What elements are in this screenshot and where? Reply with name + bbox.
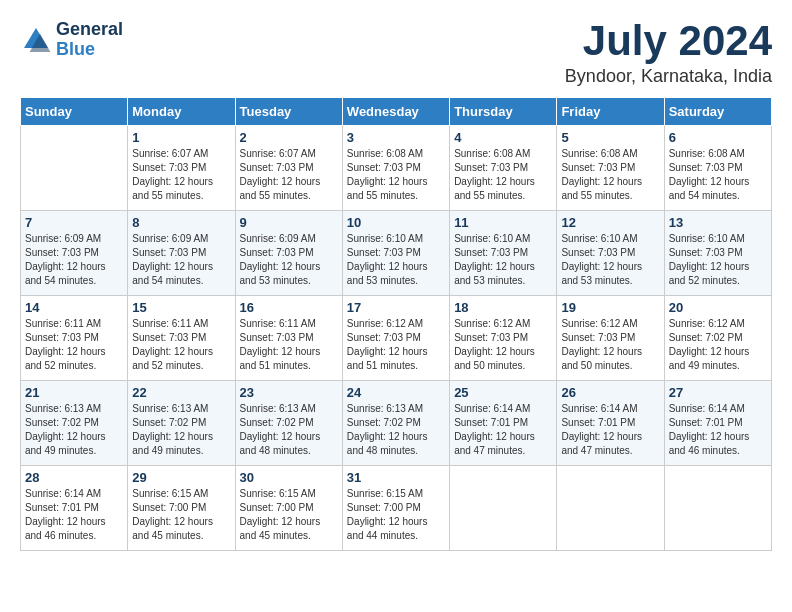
day-number: 4 bbox=[454, 130, 552, 145]
calendar-week-2: 7Sunrise: 6:09 AM Sunset: 7:03 PM Daylig… bbox=[21, 211, 772, 296]
title-area: July 2024 Byndoor, Karnataka, India bbox=[565, 20, 772, 87]
day-info: Sunrise: 6:07 AM Sunset: 7:03 PM Dayligh… bbox=[132, 147, 230, 203]
weekday-header-thursday: Thursday bbox=[450, 98, 557, 126]
calendar-cell: 10Sunrise: 6:10 AM Sunset: 7:03 PM Dayli… bbox=[342, 211, 449, 296]
calendar-week-5: 28Sunrise: 6:14 AM Sunset: 7:01 PM Dayli… bbox=[21, 466, 772, 551]
calendar-cell: 8Sunrise: 6:09 AM Sunset: 7:03 PM Daylig… bbox=[128, 211, 235, 296]
day-info: Sunrise: 6:15 AM Sunset: 7:00 PM Dayligh… bbox=[132, 487, 230, 543]
day-number: 23 bbox=[240, 385, 338, 400]
day-number: 9 bbox=[240, 215, 338, 230]
day-info: Sunrise: 6:10 AM Sunset: 7:03 PM Dayligh… bbox=[347, 232, 445, 288]
calendar-cell: 17Sunrise: 6:12 AM Sunset: 7:03 PM Dayli… bbox=[342, 296, 449, 381]
calendar-cell: 1Sunrise: 6:07 AM Sunset: 7:03 PM Daylig… bbox=[128, 126, 235, 211]
calendar-cell: 21Sunrise: 6:13 AM Sunset: 7:02 PM Dayli… bbox=[21, 381, 128, 466]
day-info: Sunrise: 6:10 AM Sunset: 7:03 PM Dayligh… bbox=[454, 232, 552, 288]
day-number: 15 bbox=[132, 300, 230, 315]
calendar-cell: 14Sunrise: 6:11 AM Sunset: 7:03 PM Dayli… bbox=[21, 296, 128, 381]
calendar-cell: 29Sunrise: 6:15 AM Sunset: 7:00 PM Dayli… bbox=[128, 466, 235, 551]
day-number: 24 bbox=[347, 385, 445, 400]
day-info: Sunrise: 6:12 AM Sunset: 7:03 PM Dayligh… bbox=[347, 317, 445, 373]
day-info: Sunrise: 6:15 AM Sunset: 7:00 PM Dayligh… bbox=[347, 487, 445, 543]
calendar-cell bbox=[557, 466, 664, 551]
calendar-cell: 26Sunrise: 6:14 AM Sunset: 7:01 PM Dayli… bbox=[557, 381, 664, 466]
day-number: 28 bbox=[25, 470, 123, 485]
day-number: 11 bbox=[454, 215, 552, 230]
weekday-header-friday: Friday bbox=[557, 98, 664, 126]
day-number: 19 bbox=[561, 300, 659, 315]
calendar-week-1: 1Sunrise: 6:07 AM Sunset: 7:03 PM Daylig… bbox=[21, 126, 772, 211]
logo-line2: Blue bbox=[56, 40, 123, 60]
calendar-table: SundayMondayTuesdayWednesdayThursdayFrid… bbox=[20, 97, 772, 551]
day-number: 12 bbox=[561, 215, 659, 230]
day-info: Sunrise: 6:08 AM Sunset: 7:03 PM Dayligh… bbox=[454, 147, 552, 203]
calendar-cell: 4Sunrise: 6:08 AM Sunset: 7:03 PM Daylig… bbox=[450, 126, 557, 211]
calendar-cell: 20Sunrise: 6:12 AM Sunset: 7:02 PM Dayli… bbox=[664, 296, 771, 381]
logo-icon bbox=[20, 24, 52, 56]
day-number: 6 bbox=[669, 130, 767, 145]
day-number: 29 bbox=[132, 470, 230, 485]
day-info: Sunrise: 6:11 AM Sunset: 7:03 PM Dayligh… bbox=[240, 317, 338, 373]
calendar-body: 1Sunrise: 6:07 AM Sunset: 7:03 PM Daylig… bbox=[21, 126, 772, 551]
calendar-cell: 22Sunrise: 6:13 AM Sunset: 7:02 PM Dayli… bbox=[128, 381, 235, 466]
weekday-header-wednesday: Wednesday bbox=[342, 98, 449, 126]
day-number: 25 bbox=[454, 385, 552, 400]
calendar-cell: 9Sunrise: 6:09 AM Sunset: 7:03 PM Daylig… bbox=[235, 211, 342, 296]
calendar-cell: 6Sunrise: 6:08 AM Sunset: 7:03 PM Daylig… bbox=[664, 126, 771, 211]
day-info: Sunrise: 6:12 AM Sunset: 7:02 PM Dayligh… bbox=[669, 317, 767, 373]
page-header: General Blue July 2024 Byndoor, Karnatak… bbox=[20, 20, 772, 87]
calendar-cell: 30Sunrise: 6:15 AM Sunset: 7:00 PM Dayli… bbox=[235, 466, 342, 551]
day-number: 1 bbox=[132, 130, 230, 145]
calendar-cell: 19Sunrise: 6:12 AM Sunset: 7:03 PM Dayli… bbox=[557, 296, 664, 381]
day-number: 10 bbox=[347, 215, 445, 230]
calendar-header: SundayMondayTuesdayWednesdayThursdayFrid… bbox=[21, 98, 772, 126]
calendar-cell: 28Sunrise: 6:14 AM Sunset: 7:01 PM Dayli… bbox=[21, 466, 128, 551]
day-info: Sunrise: 6:10 AM Sunset: 7:03 PM Dayligh… bbox=[669, 232, 767, 288]
weekday-header-monday: Monday bbox=[128, 98, 235, 126]
day-info: Sunrise: 6:08 AM Sunset: 7:03 PM Dayligh… bbox=[669, 147, 767, 203]
weekday-header-tuesday: Tuesday bbox=[235, 98, 342, 126]
calendar-cell: 16Sunrise: 6:11 AM Sunset: 7:03 PM Dayli… bbox=[235, 296, 342, 381]
weekday-header-sunday: Sunday bbox=[21, 98, 128, 126]
calendar-cell: 15Sunrise: 6:11 AM Sunset: 7:03 PM Dayli… bbox=[128, 296, 235, 381]
calendar-cell: 12Sunrise: 6:10 AM Sunset: 7:03 PM Dayli… bbox=[557, 211, 664, 296]
day-number: 17 bbox=[347, 300, 445, 315]
day-number: 22 bbox=[132, 385, 230, 400]
day-info: Sunrise: 6:12 AM Sunset: 7:03 PM Dayligh… bbox=[561, 317, 659, 373]
weekday-header-row: SundayMondayTuesdayWednesdayThursdayFrid… bbox=[21, 98, 772, 126]
calendar-cell: 31Sunrise: 6:15 AM Sunset: 7:00 PM Dayli… bbox=[342, 466, 449, 551]
day-info: Sunrise: 6:12 AM Sunset: 7:03 PM Dayligh… bbox=[454, 317, 552, 373]
day-number: 13 bbox=[669, 215, 767, 230]
calendar-cell: 18Sunrise: 6:12 AM Sunset: 7:03 PM Dayli… bbox=[450, 296, 557, 381]
day-info: Sunrise: 6:11 AM Sunset: 7:03 PM Dayligh… bbox=[25, 317, 123, 373]
day-info: Sunrise: 6:08 AM Sunset: 7:03 PM Dayligh… bbox=[561, 147, 659, 203]
logo: General Blue bbox=[20, 20, 123, 60]
day-number: 3 bbox=[347, 130, 445, 145]
day-number: 8 bbox=[132, 215, 230, 230]
location-title: Byndoor, Karnataka, India bbox=[565, 66, 772, 87]
calendar-cell: 2Sunrise: 6:07 AM Sunset: 7:03 PM Daylig… bbox=[235, 126, 342, 211]
day-number: 27 bbox=[669, 385, 767, 400]
calendar-cell: 25Sunrise: 6:14 AM Sunset: 7:01 PM Dayli… bbox=[450, 381, 557, 466]
day-info: Sunrise: 6:14 AM Sunset: 7:01 PM Dayligh… bbox=[561, 402, 659, 458]
calendar-cell bbox=[664, 466, 771, 551]
calendar-cell: 11Sunrise: 6:10 AM Sunset: 7:03 PM Dayli… bbox=[450, 211, 557, 296]
calendar-cell: 24Sunrise: 6:13 AM Sunset: 7:02 PM Dayli… bbox=[342, 381, 449, 466]
day-number: 16 bbox=[240, 300, 338, 315]
day-info: Sunrise: 6:11 AM Sunset: 7:03 PM Dayligh… bbox=[132, 317, 230, 373]
day-number: 20 bbox=[669, 300, 767, 315]
day-info: Sunrise: 6:13 AM Sunset: 7:02 PM Dayligh… bbox=[240, 402, 338, 458]
day-info: Sunrise: 6:13 AM Sunset: 7:02 PM Dayligh… bbox=[25, 402, 123, 458]
day-number: 31 bbox=[347, 470, 445, 485]
day-info: Sunrise: 6:09 AM Sunset: 7:03 PM Dayligh… bbox=[25, 232, 123, 288]
day-number: 7 bbox=[25, 215, 123, 230]
day-number: 14 bbox=[25, 300, 123, 315]
day-info: Sunrise: 6:08 AM Sunset: 7:03 PM Dayligh… bbox=[347, 147, 445, 203]
day-info: Sunrise: 6:15 AM Sunset: 7:00 PM Dayligh… bbox=[240, 487, 338, 543]
day-number: 5 bbox=[561, 130, 659, 145]
day-number: 21 bbox=[25, 385, 123, 400]
calendar-cell: 5Sunrise: 6:08 AM Sunset: 7:03 PM Daylig… bbox=[557, 126, 664, 211]
calendar-cell: 7Sunrise: 6:09 AM Sunset: 7:03 PM Daylig… bbox=[21, 211, 128, 296]
calendar-cell: 13Sunrise: 6:10 AM Sunset: 7:03 PM Dayli… bbox=[664, 211, 771, 296]
day-number: 2 bbox=[240, 130, 338, 145]
day-info: Sunrise: 6:07 AM Sunset: 7:03 PM Dayligh… bbox=[240, 147, 338, 203]
